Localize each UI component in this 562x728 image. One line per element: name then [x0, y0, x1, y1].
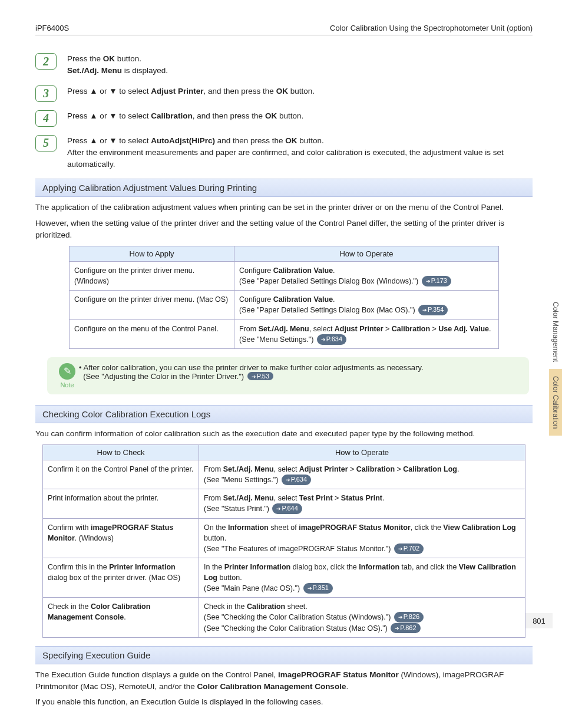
- sec3-p2: If you enable this function, an Executio…: [35, 696, 533, 708]
- step-4: 4 Press ▲ or ▼ to select Calibration, an…: [35, 110, 533, 127]
- apply-table: How to Apply How to Operate Configure on…: [69, 246, 499, 349]
- section-checking-logs: Checking Color Calibration Execution Log…: [35, 405, 533, 423]
- page-link[interactable]: P.634: [282, 475, 311, 485]
- section-applying-values: Applying Calibration Adjustment Values D…: [35, 179, 533, 197]
- apply-th1: How to Apply: [70, 246, 234, 262]
- step-2: 2 Press the OK button. Set./Adj. Menu is…: [35, 53, 533, 77]
- page-link[interactable]: P.351: [303, 583, 333, 594]
- page-link[interactable]: P.53: [247, 372, 273, 380]
- side-tab-color-calibration[interactable]: Color Calibration: [549, 369, 562, 436]
- page-link[interactable]: P.634: [317, 334, 346, 345]
- page-link[interactable]: P.173: [422, 276, 451, 286]
- section-execution-guide: Specifying Execution Guide: [35, 646, 533, 664]
- side-tabs: Color Management Color Calibration: [549, 295, 562, 436]
- table-row: Print information about the printer. Fro…: [43, 489, 525, 518]
- note-icon: ✎: [59, 363, 75, 380]
- apply-th2: How to Operate: [234, 246, 499, 262]
- page-link[interactable]: P.826: [394, 612, 424, 622]
- page-link[interactable]: P.354: [418, 305, 448, 315]
- check-th2: How to Operate: [199, 445, 525, 460]
- step-3: 3 Press ▲ or ▼ to select Adjust Printer,…: [35, 85, 533, 102]
- sec2-p1: You can confirm information of color cal…: [35, 428, 533, 440]
- table-row: Configure on the printer driver menu. (W…: [70, 262, 499, 291]
- table-row: Configure on the printer driver menu. (M…: [70, 291, 499, 319]
- step-5: 5 Press ▲ or ▼ to select AutoAdjst(HiPrc…: [35, 135, 533, 171]
- note-label: Note: [55, 381, 79, 388]
- header-rule: [35, 35, 533, 35]
- table-row: Confirm with imagePROGRAF Status Monitor…: [43, 518, 525, 558]
- check-table: How to Check How to Operate Confirm it o…: [42, 444, 525, 638]
- step-num-2: 2: [35, 53, 57, 70]
- page-link[interactable]: P.644: [272, 503, 302, 514]
- step-num-3: 3: [35, 85, 57, 102]
- header-right: Color Calibration Using the Spectrophoto…: [330, 24, 533, 32]
- check-th1: How to Check: [43, 445, 199, 460]
- table-row: Check in the Color Calibration Managemen…: [43, 598, 525, 637]
- sec3-p1: The Execution Guide function displays a …: [35, 669, 533, 693]
- header-left: iPF6400S: [35, 24, 69, 32]
- page-number: 801: [525, 613, 553, 628]
- sec1-p2: However, when the setting value of the p…: [35, 218, 533, 242]
- page-link[interactable]: P.702: [394, 543, 424, 554]
- table-row: Confirm this in the Printer Information …: [43, 558, 525, 597]
- step-num-5: 5: [35, 135, 57, 151]
- note-box: ✎ Note • After color calibration, you ca…: [47, 357, 529, 394]
- sec1-p1: The application of the calibration adjus…: [35, 202, 533, 213]
- page-link[interactable]: P.862: [391, 623, 420, 634]
- table-row: Confirm it on the Control Panel of the p…: [43, 460, 525, 489]
- side-tab-color-management[interactable]: Color Management: [549, 295, 562, 369]
- step-num-4: 4: [35, 110, 57, 127]
- table-row: Configure on the menu of the Control Pan…: [70, 319, 499, 348]
